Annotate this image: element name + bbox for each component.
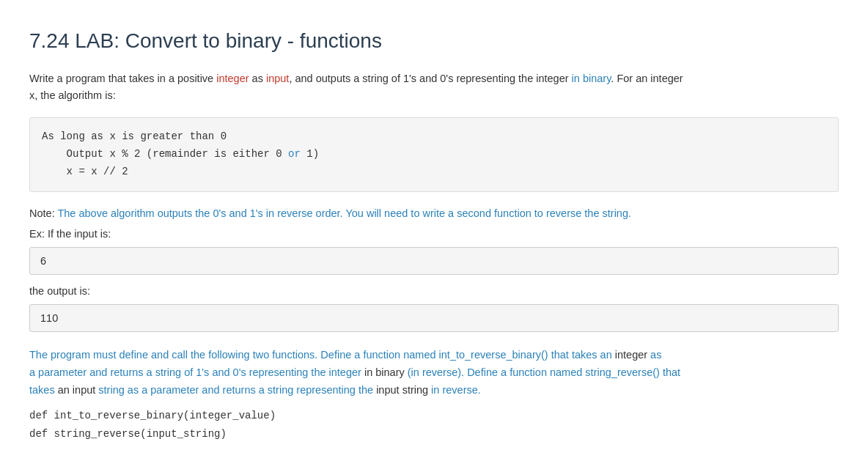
note-label: Note:: [29, 207, 55, 219]
algorithm-line-3: x = x // 2: [42, 166, 128, 177]
black-input-string: an input: [58, 384, 96, 396]
ex-label: Ex: If the input is:: [29, 228, 839, 240]
note-paragraph: Note: The above algorithm outputs the 0'…: [29, 205, 839, 222]
page-title: 7.24 LAB: Convert to binary - functions: [29, 29, 839, 53]
example-input-value: 6: [40, 255, 46, 267]
black-in-binary: in binary: [364, 366, 405, 378]
description-paragraph: Write a program that takes in a positive…: [29, 70, 839, 104]
def-line-1: def int_to_reverse_binary(integer_value): [29, 407, 839, 425]
algorithm-line-2: Output x % 2 (remainder is either 0 or 1…: [42, 148, 319, 160]
output-label: the output is:: [29, 285, 839, 297]
bottom-paragraph: The program must define and call the fol…: [29, 347, 839, 399]
highlight-in-binary: in binary: [572, 73, 611, 84]
algorithm-code-block: As long as x is greater than 0 Output x …: [29, 117, 839, 191]
note-text: The above algorithm outputs the 0's and …: [55, 207, 494, 219]
note-function: function: [494, 207, 532, 219]
highlight-input: input: [266, 73, 289, 84]
example-input-box: 6: [29, 247, 839, 275]
black-integer: integer: [615, 349, 647, 361]
highlight-integer: integer: [216, 73, 249, 84]
black-string-reverse: string: [402, 384, 428, 396]
black-input2: input: [376, 384, 399, 396]
def-line-2: def string_reverse(input_string): [29, 425, 839, 443]
algorithm-line-1: As long as x is greater than 0: [42, 130, 227, 142]
note-end: to reverse the string.: [532, 207, 631, 219]
example-output-box: 110: [29, 304, 839, 332]
example-output-value: 110: [40, 312, 58, 324]
